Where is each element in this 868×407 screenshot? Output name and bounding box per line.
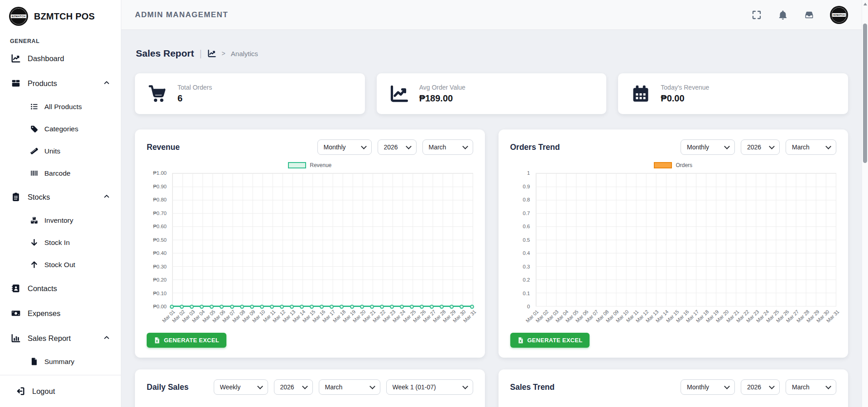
- stat-card-todays-revenue: Today's Revenue ₱0.00: [618, 73, 848, 114]
- avatar-logo-text: BZMATCH: [832, 13, 846, 17]
- sidebar-item-dashboard[interactable]: Dashboard: [6, 49, 115, 68]
- charts-row: Revenue Monthly 2026 March Revenue ₱1.00…: [135, 129, 848, 358]
- address-book-icon: [11, 283, 21, 293]
- orders-legend-swatch: [654, 162, 672, 168]
- orders-generate-excel-button[interactable]: GENERATE EXCEL: [510, 333, 590, 348]
- stat-value: ₱189.00: [419, 93, 465, 104]
- daily-period-select[interactable]: Weekly: [214, 379, 268, 395]
- revenue-legend-label: Revenue: [310, 162, 331, 168]
- brand-logo: BZMATCH: [9, 7, 28, 26]
- chart-line-icon: [389, 84, 409, 104]
- sidebar-item-products[interactable]: Products: [6, 74, 115, 93]
- chevron-up-icon[interactable]: [103, 193, 110, 201]
- sidebar-item-all-products[interactable]: All Products: [25, 99, 115, 115]
- chart-line-icon: [207, 49, 216, 58]
- sidebar-item-label: Expenses: [28, 309, 60, 318]
- bar-chart-icon: [11, 333, 21, 343]
- stat-label: Avg Order Value: [419, 84, 465, 91]
- sidebar-item-stocks[interactable]: Stocks: [6, 187, 115, 206]
- orders-period-select[interactable]: Monthly: [681, 139, 735, 155]
- stat-card-total-orders: Total Orders 6: [135, 73, 365, 114]
- sidebar-item-categories[interactable]: Categories: [25, 121, 115, 137]
- sidebar-item-contacts[interactable]: Contacts: [6, 279, 115, 298]
- sidebar-item-sales-report[interactable]: Sales Report: [6, 329, 115, 348]
- y-axis-tick: 1: [527, 170, 530, 176]
- sidebar-item-expenses[interactable]: Expenses: [6, 304, 115, 323]
- revenue-month-select[interactable]: March: [422, 139, 473, 155]
- notifications-bell-icon[interactable]: [777, 10, 788, 20]
- sidebar-item-inventory[interactable]: Inventory: [25, 212, 115, 228]
- daily-week-select[interactable]: Week 1 (01-07): [386, 379, 473, 395]
- orders-year-select[interactable]: 2026: [741, 139, 780, 155]
- daily-sales-panel: Daily Sales Weekly 2026 March Week 1 (01…: [135, 369, 485, 407]
- revenue-y-axis: ₱1.00₱0.90₱0.80₱0.70₱0.60₱0.50₱0.40₱0.30…: [147, 173, 168, 306]
- breadcrumb-separator: >: [222, 50, 225, 57]
- arrow-down-icon: [30, 238, 38, 247]
- barcode-icon: [30, 169, 38, 177]
- orders-filters: Monthly 2026 March: [681, 139, 836, 155]
- sidebar-item-label: Stock Out: [44, 261, 75, 269]
- y-axis-tick: 0.3: [523, 264, 530, 269]
- y-axis-tick: ₱0.80: [153, 197, 167, 202]
- y-axis-tick: ₱0.00: [153, 304, 167, 309]
- sidebar-item-summary[interactable]: Summary: [25, 354, 115, 369]
- revenue-panel: Revenue Monthly 2026 March Revenue ₱1.00…: [135, 129, 485, 358]
- tag-icon: [30, 124, 38, 133]
- y-axis-tick: 0.1: [523, 291, 530, 296]
- y-axis-tick: 0.7: [523, 211, 530, 216]
- brand-logo-text: BZMATCH: [11, 14, 27, 18]
- y-axis-tick: ₱0.20: [153, 277, 167, 283]
- sidebar-item-label: Inventory: [44, 216, 73, 225]
- inbox-icon[interactable]: [804, 10, 815, 20]
- revenue-year-select[interactable]: 2026: [378, 139, 417, 155]
- sidebar-item-units[interactable]: Units: [25, 143, 115, 159]
- sidebar-item-barcode[interactable]: Barcode: [25, 165, 115, 181]
- list-icon: [30, 102, 38, 111]
- revenue-x-axis: Mar 01Mar 02Mar 03Mar 04Mar 05Mar 06Mar …: [172, 306, 473, 330]
- fullscreen-icon[interactable]: [751, 10, 762, 20]
- orders-trend-panel: Orders Trend Monthly 2026 March Orders 1…: [499, 129, 849, 358]
- daily-sales-filters: Weekly 2026 March Week 1 (01-07): [214, 379, 473, 395]
- stat-label: Today's Revenue: [661, 84, 709, 91]
- daily-year-select[interactable]: 2026: [274, 379, 313, 395]
- chevron-up-icon[interactable]: [103, 334, 110, 343]
- excel-file-icon: [154, 337, 160, 344]
- clipboard-list-icon: [11, 192, 21, 202]
- scrollbar[interactable]: [862, 0, 868, 407]
- file-icon: [30, 357, 38, 366]
- button-label: GENERATE EXCEL: [164, 337, 219, 344]
- main-content: Sales Report | > Analytics Total Orders …: [121, 30, 862, 407]
- sidebar-nav: Dashboard Products All Products Categori…: [0, 49, 121, 375]
- scrollbar-thumb[interactable]: [863, 24, 867, 163]
- trend-period-select[interactable]: Monthly: [681, 379, 735, 395]
- sidebar: BZMATCH BZMTCH POS GENERAL Dashboard Pro…: [0, 0, 121, 407]
- bottom-row: Daily Sales Weekly 2026 March Week 1 (01…: [135, 369, 848, 407]
- y-axis-tick: ₱0.60: [153, 224, 167, 229]
- sidebar-item-stock-out[interactable]: Stock Out: [25, 257, 115, 273]
- profile-avatar[interactable]: BZMATCH: [830, 6, 848, 24]
- orders-chart: 10.90.80.70.60.50.40.30.20.10 Mar 01Mar …: [510, 173, 837, 330]
- revenue-legend-swatch: [288, 162, 306, 168]
- cart-icon: [148, 84, 168, 104]
- daily-month-select[interactable]: March: [319, 379, 380, 395]
- trend-month-select[interactable]: March: [786, 379, 836, 395]
- y-axis-tick: ₱0.50: [153, 237, 167, 243]
- revenue-period-select[interactable]: Monthly: [317, 139, 372, 155]
- money-bill-icon: [11, 308, 21, 318]
- chevron-up-icon[interactable]: [103, 79, 110, 88]
- sidebar-section-label: GENERAL: [10, 38, 111, 44]
- sidebar-item-label: Products: [28, 79, 57, 88]
- orders-month-select[interactable]: March: [786, 139, 836, 155]
- y-axis-tick: 0.8: [523, 197, 530, 202]
- sidebar-item-label: Contacts: [28, 284, 57, 293]
- scrollbar-up-arrow[interactable]: [863, 3, 867, 5]
- y-axis-tick: 0.2: [523, 277, 530, 283]
- revenue-legend: Revenue: [147, 162, 473, 168]
- sidebar-item-stock-in[interactable]: Stock In: [25, 235, 115, 250]
- orders-x-axis: Mar 01Mar 02Mar 03Mar 04Mar 05Mar 06Mar …: [536, 306, 837, 330]
- trend-year-select[interactable]: 2026: [741, 379, 780, 395]
- y-axis-tick: ₱0.10: [153, 291, 167, 296]
- logout-button[interactable]: Logout: [11, 382, 110, 401]
- stat-value: 6: [177, 93, 212, 104]
- revenue-generate-excel-button[interactable]: GENERATE EXCEL: [147, 333, 226, 348]
